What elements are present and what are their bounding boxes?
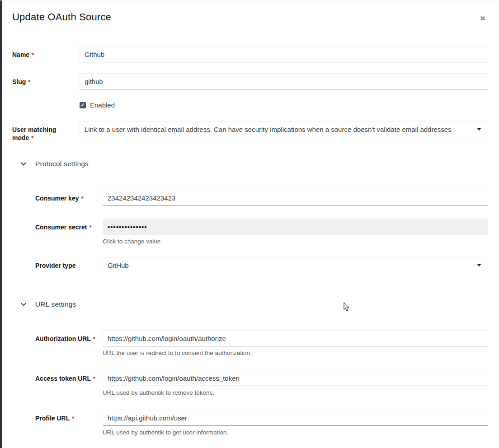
- authorization-url-label-wrap: Authorization URL*: [35, 330, 103, 357]
- access-token-url-label-wrap: Access token URL*: [35, 370, 103, 397]
- checkbox-checked-icon[interactable]: ✓: [80, 102, 86, 108]
- profile-url-input[interactable]: [103, 410, 488, 426]
- consumer-key-input[interactable]: [103, 190, 488, 206]
- required-asterisk: *: [93, 336, 95, 342]
- required-asterisk: *: [31, 135, 33, 141]
- field-row-consumer-key: Consumer key*: [35, 190, 488, 206]
- field-row-slug: Slug*: [12, 73, 488, 89]
- section-title: URL settings: [35, 300, 76, 308]
- consumer-key-label-wrap: Consumer key*: [35, 190, 103, 206]
- oauth-source-form: Name* Slug* ✓: [12, 46, 488, 437]
- enabled-checkbox[interactable]: ✓ Enabled: [80, 101, 115, 109]
- provider-type-value: GitHub: [108, 261, 471, 269]
- enabled-label: Enabled: [90, 101, 115, 109]
- slug-label: Slug: [12, 78, 26, 85]
- slug-label-wrap: Slug*: [12, 73, 80, 89]
- profile-url-label-wrap: Profile URL*: [35, 410, 103, 437]
- name-label-wrap: Name*: [12, 46, 80, 62]
- section-header-protocol-settings[interactable]: Protocol settings: [20, 160, 488, 168]
- provider-type-select[interactable]: GitHub: [103, 257, 488, 273]
- authorization-url-label: Authorization URL: [35, 335, 91, 342]
- name-label: Name: [12, 51, 29, 58]
- caret-down-icon: [477, 128, 481, 131]
- close-icon[interactable]: ✕: [477, 13, 488, 23]
- caret-down-icon: [477, 264, 481, 266]
- field-row-consumer-secret: Consumer secret* Click to change value: [35, 219, 488, 246]
- required-asterisk: *: [81, 195, 83, 202]
- required-asterisk: *: [72, 415, 74, 422]
- update-oauth-source-modal: Update OAuth Source ✕ Name* Slug*: [0, 0, 499, 448]
- field-row-enabled: ✓ Enabled: [12, 100, 488, 110]
- user-matching-mode-select[interactable]: Link to a user with identical email addr…: [80, 121, 488, 137]
- consumer-secret-label-wrap: Consumer secret*: [35, 219, 103, 246]
- field-row-user-matching-mode: User matching mode* Link to a user with …: [12, 121, 488, 142]
- chevron-down-icon: [20, 162, 27, 166]
- field-row-authorization-url: Authorization URL* URL the user is redir…: [35, 330, 488, 357]
- required-asterisk: *: [32, 51, 34, 58]
- provider-type-label-wrap: Provider type: [35, 257, 103, 273]
- profile-url-label: Profile URL: [35, 415, 70, 422]
- required-asterisk: *: [28, 79, 30, 85]
- consumer-secret-label: Consumer secret: [35, 224, 87, 231]
- provider-type-label: Provider type: [35, 262, 75, 269]
- chevron-down-icon: [20, 303, 27, 306]
- check-icon: ✓: [80, 103, 85, 107]
- consumer-secret-input[interactable]: [103, 219, 488, 235]
- required-asterisk: *: [89, 224, 91, 231]
- required-asterisk: *: [93, 375, 95, 382]
- section-title: Protocol settings: [35, 160, 89, 168]
- name-input[interactable]: [80, 46, 488, 62]
- authorization-url-helper: URL the user is redirect to to consent t…: [103, 349, 488, 357]
- profile-url-helper: URL used by authentik to get user inform…: [103, 429, 488, 437]
- page-title: Update OAuth Source: [12, 10, 111, 24]
- access-token-url-helper: URL used by authentik to retrieve tokens…: [103, 389, 488, 397]
- slug-input[interactable]: [80, 73, 488, 89]
- user-matching-mode-label: User matching mode: [12, 126, 56, 141]
- authorization-url-input[interactable]: [103, 330, 488, 346]
- user-matching-mode-label-wrap: User matching mode*: [12, 121, 80, 142]
- modal-content: Update OAuth Source ✕ Name* Slug*: [0, 0, 499, 448]
- user-matching-mode-value: Link to a user with identical email addr…: [85, 126, 471, 133]
- access-token-url-input[interactable]: [103, 370, 488, 386]
- section-header-url-settings[interactable]: URL settings: [20, 300, 488, 308]
- modal-header: Update OAuth Source ✕: [12, 10, 488, 24]
- consumer-secret-helper: Click to change value: [103, 238, 488, 246]
- field-row-name: Name*: [12, 46, 488, 62]
- access-token-url-label: Access token URL: [35, 375, 91, 382]
- field-row-profile-url: Profile URL* URL used by authentik to ge…: [35, 410, 488, 437]
- consumer-key-label: Consumer key: [35, 195, 79, 202]
- field-row-provider-type: Provider type GitHub: [35, 257, 488, 273]
- field-row-access-token-url: Access token URL* URL used by authentik …: [35, 370, 488, 397]
